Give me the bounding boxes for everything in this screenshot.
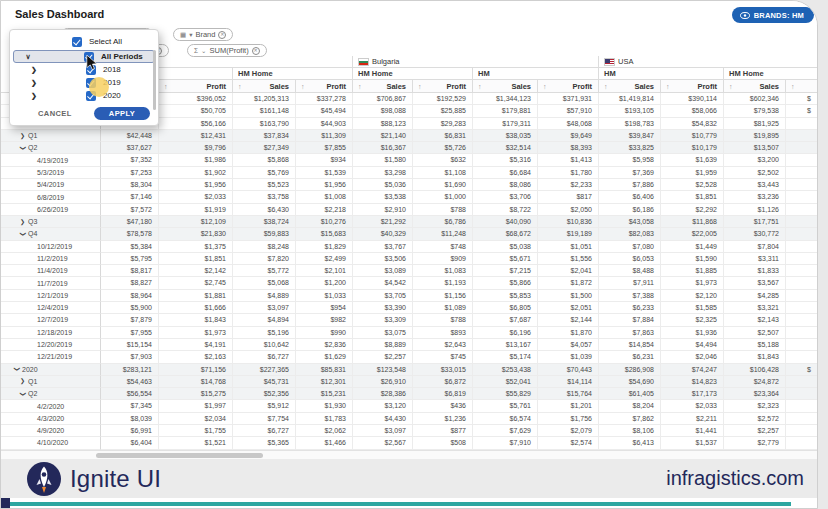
remove-chip-icon[interactable]: ✕ [252,47,260,55]
dropdown-item-2020[interactable]: ❯2020 [10,89,158,102]
value-cell: $1,539 [296,167,353,179]
table-row: 12/21/2019$7,903$2,163$6,727$1,629$2,257… [1,351,818,363]
value-cell: $23,364 [724,388,786,400]
row-header-Q4[interactable]: ❯Q4 [1,228,101,240]
row-header-12/18/2019[interactable]: 12/18/2019 [1,327,101,339]
chevron-down-icon[interactable]: ∨ [24,53,32,61]
measure-header-profit[interactable]: ↑Profit [538,80,599,93]
row-header-6/26/2019[interactable]: 6/26/2019 [1,204,101,216]
scrollbar-thumb[interactable] [96,453,263,458]
sum-profit-chip[interactable]: Σ ⌄ SUM(Profit) ✕ [187,44,267,57]
sort-ascending-icon[interactable]: ↑ [164,83,168,90]
dropdown-item-2018[interactable]: ❯2018 [10,63,158,76]
row-header-Q3[interactable]: ❯Q3 [1,216,101,228]
row-header-10/12/2019[interactable]: 10/12/2019 [1,241,101,253]
cancel-button[interactable]: CANCEL [38,109,72,118]
brand-header-hm[interactable]: HM [599,68,724,80]
expand-chevron-icon[interactable]: ❯ [20,231,26,236]
row-header-2020[interactable]: ❯2020 [1,364,101,376]
measure-header-profit[interactable]: ↑Profit [296,80,353,93]
row-header-4/2/2020[interactable]: 4/2/2020 [1,400,101,412]
sort-ascending-icon[interactable]: ↑ [791,83,795,90]
row-header-Q1[interactable]: ❯Q1 [1,130,101,142]
measure-header-col11[interactable]: ↑ [786,80,818,93]
sort-ascending-icon[interactable]: ↑ [543,83,547,90]
measure-header-profit[interactable]: ↑Profit [159,80,233,93]
dropdown-scrollbar[interactable] [153,50,156,110]
row-header-12/1/2019[interactable]: 12/1/2019 [1,290,101,302]
value-cell: $5,866 [473,277,538,289]
row-label: 4/9/2020 [37,427,64,434]
sort-ascending-icon[interactable]: ↑ [666,83,670,90]
row-header-4/3/2020[interactable]: 4/3/2020 [1,413,101,425]
dropdown-item-all-periods[interactable]: ∨All Periods [13,50,155,63]
value-cell: $5,853 [473,290,538,302]
brand-chip-label: Brand [195,30,215,39]
sort-ascending-icon[interactable]: ↑ [729,83,733,90]
brand-header-hm-home[interactable]: HM Home [353,68,473,80]
row-header-12/4/2019[interactable]: 12/4/2019 [1,302,101,314]
row-label: 12/7/2019 [37,316,68,323]
value-cell: $8,248 [233,241,296,253]
row-header-12/20/2019[interactable]: 12/20/2019 [1,339,101,351]
apply-button[interactable]: APPLY [94,107,150,120]
row-header-Q2[interactable]: ❯Q2 [1,388,101,400]
remove-chip-icon[interactable]: ✕ [218,31,226,39]
row-header-11/7/2019[interactable]: 11/7/2019 [1,277,101,289]
row-header-4/19/2019[interactable]: 4/19/2019 [1,154,101,166]
brands-filter-pill[interactable]: BRANDS: HM [732,7,814,23]
brand-header-hm[interactable]: HM [473,68,599,80]
brand-header-hm-home[interactable]: HM Home [724,68,818,80]
chevron-right-icon[interactable]: ❯ [30,92,38,100]
row-header-Q2[interactable]: ❯Q2 [1,142,101,154]
expand-chevron-icon[interactable]: ❯ [20,145,26,150]
row-header-6/8/2019[interactable]: 6/8/2019 [1,191,101,203]
infragistics-link[interactable]: infragistics.com [666,467,804,490]
brand-header-hm-home[interactable]: HM Home [233,68,353,80]
value-cell: $3,120 [353,400,413,412]
measure-header-profit[interactable]: ↑Profit [413,80,473,93]
expand-chevron-icon[interactable]: ❯ [14,367,20,372]
sort-ascending-icon[interactable]: ↑ [604,83,608,90]
measure-header-sales[interactable]: ↑Sales [233,80,296,93]
brand-chip[interactable]: ▦ ▾ Brand ✕ [173,28,233,41]
value-cell: $2,101 [296,265,353,277]
chevron-right-icon[interactable]: ❯ [30,66,38,74]
value-cell: $6,727 [233,425,296,437]
row-header-11/2/2019[interactable]: 11/2/2019 [1,253,101,265]
country-header-usa[interactable]: USA [599,56,818,68]
sort-ascending-icon[interactable]: ↑ [358,83,362,90]
sort-ascending-icon[interactable]: ↑ [238,83,242,90]
row-header-Q1[interactable]: ❯Q1 [1,376,101,388]
sigma-icon: Σ [194,47,198,54]
measure-header-sales[interactable]: ↑Sales [353,80,413,93]
row-header-4/10/2020[interactable]: 4/10/2020 [1,437,101,449]
country-header-bulgaria[interactable]: Bulgaria [353,56,599,68]
measure-header-sales[interactable]: ↑Sales [473,80,538,93]
row-header-5/4/2019[interactable]: 5/4/2019 [1,179,101,191]
expand-chevron-icon[interactable]: ❯ [20,133,25,139]
row-header-11/4/2019[interactable]: 11/4/2019 [1,265,101,277]
horizontal-scrollbar[interactable] [1,450,818,459]
expand-chevron-icon[interactable]: ❯ [20,219,25,225]
checkbox-checked-icon[interactable] [72,37,82,47]
sort-ascending-icon[interactable]: ↑ [418,83,422,90]
row-header-12/7/2019[interactable]: 12/7/2019 [1,314,101,326]
select-all-row[interactable]: Select All [10,35,158,48]
row-header-4/9/2020[interactable]: 4/9/2020 [1,425,101,437]
sort-ascending-icon[interactable]: ↑ [478,83,482,90]
value-cell [786,339,818,351]
value-cell: $5,196 [233,327,296,339]
expand-chevron-icon[interactable]: ❯ [20,391,26,396]
measure-header-sales[interactable]: ↑Sales [599,80,661,93]
measure-header-profit[interactable]: ↑Profit [661,80,724,93]
expand-chevron-icon[interactable]: ❯ [20,378,25,384]
row-header-5/3/2019[interactable]: 5/3/2019 [1,167,101,179]
value-cell: $33,825 [599,142,661,154]
dropdown-item-2019[interactable]: ❯2019 [10,76,158,89]
measure-header-sales[interactable]: ↑Sales [724,80,786,93]
chevron-right-icon[interactable]: ❯ [30,79,38,87]
sort-ascending-icon[interactable]: ↑ [301,83,305,90]
grid-body: $396,052$1,205,313$337,278$706,867$192,5… [1,93,818,450]
row-header-12/21/2019[interactable]: 12/21/2019 [1,351,101,363]
